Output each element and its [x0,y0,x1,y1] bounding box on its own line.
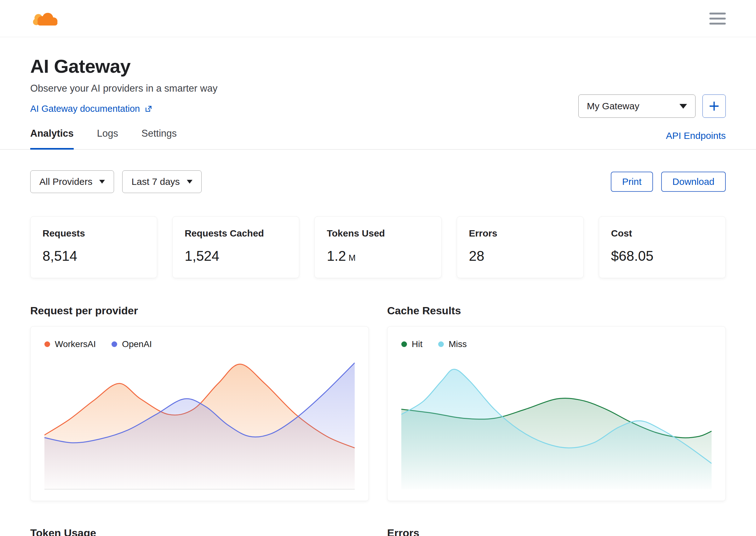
date-range-dropdown[interactable]: Last 7 days [122,170,201,193]
tabs-bar: Analytics Logs Settings API Endpoints [0,128,756,150]
tab-logs[interactable]: Logs [97,128,118,150]
legend-label: Miss [449,339,467,349]
stat-value: 1.2M [326,248,429,264]
requests-per-provider-chart [45,356,355,492]
page-title: AI Gateway [30,55,726,77]
cache-results-section: Cache Results HitMiss [387,305,726,501]
print-button[interactable]: Print [611,172,653,192]
provider-filter-value: All Providers [39,176,92,187]
legend-item-workersai[interactable]: WorkersAI [45,339,96,349]
gateway-select-value: My Gateway [587,101,639,112]
cache-results-chart-card: HitMiss [387,326,726,501]
add-gateway-button[interactable] [703,94,726,118]
requests-per-provider-chart-card: WorkersAIOpenAI [30,326,369,501]
chevron-down-icon [187,180,192,184]
stat-card-errors: Errors 28 [457,217,584,278]
gateway-select[interactable]: My Gateway [578,94,696,118]
legend-label: Hit [412,339,423,349]
stat-label: Tokens Used [326,228,429,239]
stat-label: Requests Cached [185,228,287,239]
legend-dot-icon [438,341,444,347]
stat-card-tokens-used: Tokens Used 1.2M [314,217,441,278]
cloudflare-logo[interactable] [30,9,60,28]
tab-analytics[interactable]: Analytics [30,128,74,150]
stat-card-requests-cached: Requests Cached 1,524 [172,217,299,278]
chart-title: Cache Results [387,305,726,317]
stat-card-requests: Requests 8,514 [30,217,157,278]
bottom-sections: Token Usage Errors [0,527,756,536]
legend-item-miss[interactable]: Miss [438,339,467,349]
provider-filter-dropdown[interactable]: All Providers [30,170,114,193]
chart-legend: HitMiss [401,339,711,349]
hamburger-bar [709,23,726,24]
errors-title: Errors [387,527,726,536]
chart-title: Request per provider [30,305,369,317]
chevron-down-icon [99,180,105,184]
legend-dot-icon [112,341,117,347]
legend-dot-icon [401,341,407,347]
legend-item-hit[interactable]: Hit [401,339,423,349]
topbar [0,0,756,37]
documentation-link[interactable]: AI Gateway documentation [30,104,153,114]
token-usage-title: Token Usage [30,527,369,536]
external-link-icon [144,105,153,113]
hamburger-menu-icon[interactable] [709,11,726,26]
documentation-link-label: AI Gateway documentation [30,104,140,114]
stat-card-cost: Cost $68.05 [599,217,726,278]
legend-dot-icon [45,341,50,347]
stat-value: 8,514 [43,248,145,264]
download-button[interactable]: Download [661,172,726,192]
filters-bar: All Providers Last 7 days Print Download [0,170,756,193]
stat-label: Errors [469,228,571,239]
stat-value: 28 [469,248,571,264]
chart-legend: WorkersAIOpenAI [45,339,355,349]
page-subtitle: Observe your AI providers in a smarter w… [30,83,726,94]
requests-per-provider-section: Request per provider WorkersAIOpenAI [30,305,369,501]
chevron-down-icon [679,104,687,109]
legend-label: WorkersAI [55,339,96,349]
cache-results-chart [401,356,711,492]
api-endpoints-link[interactable]: API Endpoints [666,130,726,149]
date-range-value: Last 7 days [131,176,180,187]
stats-row: Requests 8,514 Requests Cached 1,524 Tok… [0,217,756,278]
plus-icon [708,100,720,112]
stat-value: 1,524 [185,248,287,264]
cloudflare-cloud-icon [30,9,60,28]
stat-label: Cost [611,228,713,239]
stat-value: $68.05 [611,248,713,264]
page-header: AI Gateway Observe your AI providers in … [0,37,756,114]
hamburger-bar [709,13,726,15]
gateway-controls: My Gateway [578,94,726,118]
legend-label: OpenAI [122,339,152,349]
hamburger-bar [709,17,726,19]
tab-settings[interactable]: Settings [141,128,177,150]
charts-grid: Request per provider WorkersAIOpenAI Cac… [0,305,756,501]
stat-label: Requests [43,228,145,239]
filter-actions: Print Download [611,172,726,192]
legend-item-openai[interactable]: OpenAI [112,339,152,349]
